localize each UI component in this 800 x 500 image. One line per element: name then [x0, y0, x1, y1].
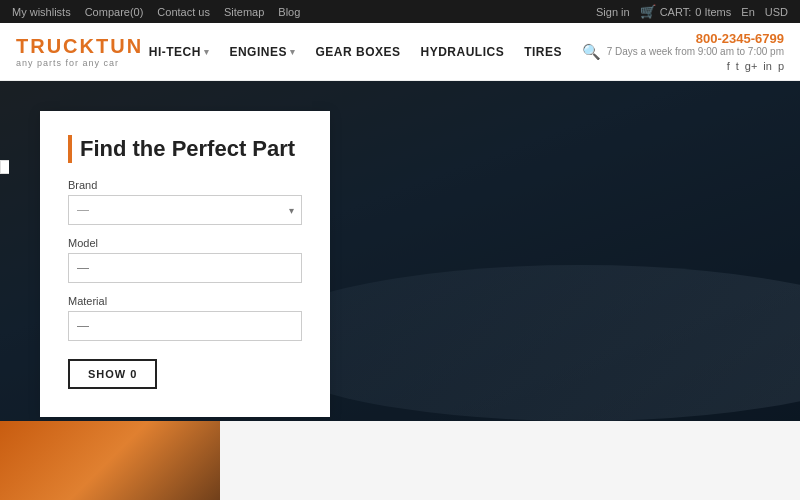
header-right: 800-2345-6799 7 Days a week from 9:00 am… — [607, 31, 784, 72]
lower-content — [0, 421, 800, 500]
twitter-icon[interactable]: t — [736, 60, 739, 72]
nav-item-hydraulics[interactable]: HYDRAULICS — [420, 45, 504, 59]
cart-wrap[interactable]: 🛒 CART: 0 Items — [640, 4, 732, 19]
nav-item-tires[interactable]: TIRES — [524, 45, 562, 59]
googleplus-icon[interactable]: g+ — [745, 60, 758, 72]
brand-select[interactable]: — — [68, 195, 302, 225]
top-bar-left: My wishlists Compare(0) Contact us Sitem… — [12, 6, 300, 18]
chevron-down-icon: ▾ — [204, 47, 210, 57]
nav-item-gearboxes[interactable]: GEAR BOXES — [315, 45, 400, 59]
logo-tagline: any parts for any car — [16, 58, 143, 68]
language-selector[interactable]: En — [741, 6, 754, 18]
sign-in-link[interactable]: Sign in — [596, 6, 630, 18]
brand-group: Brand — ▾ — [68, 179, 302, 225]
logo[interactable]: TRUCKTUN — [16, 35, 143, 58]
top-bar: My wishlists Compare(0) Contact us Sitem… — [0, 0, 800, 23]
top-bar-right: Sign in 🛒 CART: 0 Items En USD — [596, 4, 788, 19]
social-icons: f t g+ in p — [607, 60, 784, 72]
facebook-icon[interactable]: f — [727, 60, 730, 72]
instagram-icon[interactable]: in — [763, 60, 772, 72]
hero-section: Find the Perfect Part Brand — ▾ Model Ma… — [0, 81, 800, 421]
model-input[interactable] — [68, 253, 302, 283]
cart-count: 0 Items — [695, 6, 731, 18]
phone-hours: 7 Days a week from 9:00 am to 7:00 pm — [607, 46, 784, 57]
nav-item-hitech[interactable]: HI-TECH ▾ — [149, 45, 210, 59]
phone-number: 800-2345-6799 — [607, 31, 784, 46]
brand-select-wrap: — ▾ — [68, 195, 302, 225]
side-tab[interactable] — [0, 160, 9, 174]
search-card: Find the Perfect Part Brand — ▾ Model Ma… — [40, 111, 330, 417]
show-button[interactable]: SHOW 0 — [68, 359, 157, 389]
compare-link[interactable]: Compare(0) — [85, 6, 144, 18]
contact-link[interactable]: Contact us — [157, 6, 210, 18]
material-input[interactable] — [68, 311, 302, 341]
material-group: Material — [68, 295, 302, 341]
card-title: Find the Perfect Part — [80, 136, 295, 162]
logo-wrap: TRUCKTUN any parts for any car — [16, 35, 143, 68]
header: TRUCKTUN any parts for any car HI-TECH ▾… — [0, 23, 800, 81]
currency-selector[interactable]: USD — [765, 6, 788, 18]
wishlist-link[interactable]: My wishlists — [12, 6, 71, 18]
brand-label: Brand — [68, 179, 302, 191]
nav-menu: HI-TECH ▾ ENGINES ▾ GEAR BOXES HYDRAULIC… — [149, 43, 601, 61]
card-title-wrap: Find the Perfect Part — [68, 135, 302, 163]
model-label: Model — [68, 237, 302, 249]
material-label: Material — [68, 295, 302, 307]
cart-label: CART: — [660, 6, 692, 18]
search-icon[interactable]: 🔍 — [582, 43, 601, 61]
model-group: Model — [68, 237, 302, 283]
pinterest-icon[interactable]: p — [778, 60, 784, 72]
blog-link[interactable]: Blog — [278, 6, 300, 18]
lower-image-preview — [0, 421, 220, 500]
chevron-down-icon: ▾ — [290, 47, 296, 57]
accent-bar — [68, 135, 72, 163]
sitemap-link[interactable]: Sitemap — [224, 6, 264, 18]
cart-icon: 🛒 — [640, 4, 656, 19]
nav-item-engines[interactable]: ENGINES ▾ — [229, 45, 295, 59]
